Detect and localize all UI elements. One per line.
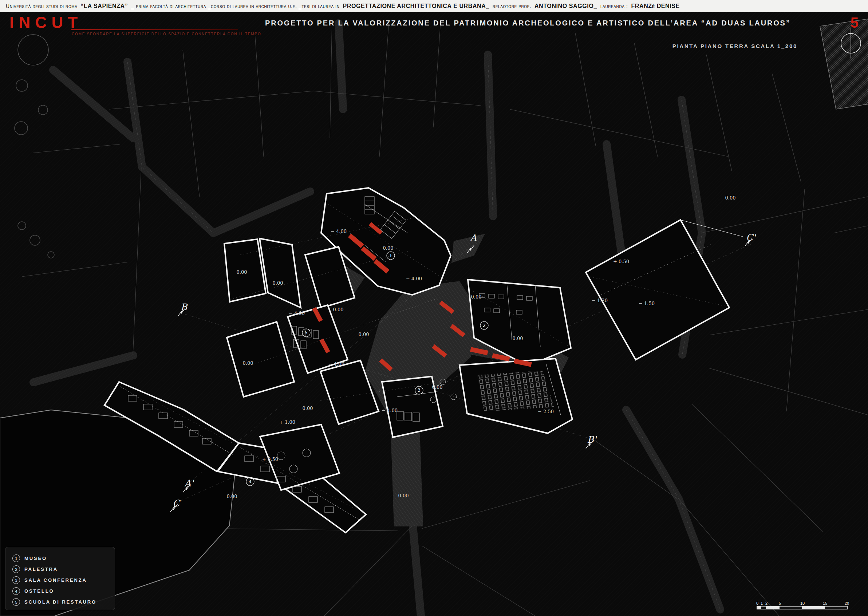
scale-bar-segments [756,606,848,610]
building-number-label: 5 [305,330,308,335]
scale-bar: 0 1 2 5 10 15 20 [756,601,848,610]
building-number-label: 4 [248,479,252,484]
elevation-label: 0.00 [303,405,313,411]
elevation-label: 0.00 [237,269,247,275]
presentation-board: Università degli studi di roma “LA SAPIE… [0,0,868,616]
logo-tagline: COME SFONDARE LA SUPERFICIE DELLO SPAZIO… [72,32,261,36]
elevation-label: 0.00 [273,280,283,286]
elevation-label: 0.00 [725,195,736,201]
legend-item-label: SALA CONFERENZA [24,577,87,583]
legend-item-scuola-restauro: 5 SCUOLA DI RESTAURO [13,598,96,606]
advisor-label: relaotore prof. [493,3,531,9]
sheet-number: 5 [851,14,859,31]
legend-number-badge: 5 [13,598,20,606]
student-name: FRANZè DENISE [631,3,679,9]
legend-item-label: PALESTRA [24,566,58,572]
elevation-label: 0.00 [333,307,344,313]
elevation-label: + 0.50 [262,457,278,462]
elevation-label: 0.00 [243,360,253,366]
section-marker-label: B [181,302,188,313]
elevation-label: − 4.00 [329,361,344,367]
elevation-label: + 1.00 [279,420,295,425]
scale-label-2: 2 [765,601,767,605]
elevation-label: − 1.50 [638,301,655,306]
elevation-label: 0.00 [227,494,237,499]
legend-item-label: OSTELLO [24,588,54,594]
scale-label-5: 5 [779,601,781,605]
elevation-label: − 2.50 [538,409,554,414]
legend-number-badge: 4 [13,587,20,595]
section-marker-label: C' [746,232,756,243]
legend-item-palestra: 2 PALESTRA [13,566,96,573]
elevation-label: 0.00 [432,385,443,390]
section-marker-label: A' [184,478,194,489]
elevation-label: 0.00 [383,245,393,251]
elevation-label: 0.00 [471,294,482,300]
elevation-label: − 4.00 [382,408,398,413]
thesis-subject: PROGETTAZIONE ARCHITETTONICA E URBANA_ [343,3,489,9]
legend-item-label: SCUOLA DI RESTAURO [24,599,96,605]
incut-logo: INCUT [9,14,82,31]
scale-label-10: 10 [800,601,805,605]
scale-label-0: 0 [756,601,758,605]
elevation-label: 0.00 [359,332,369,337]
legend-item-sala-conferenza: 3 SALA CONFERENZA [13,576,96,584]
building-number-label: 1 [389,253,392,258]
section-marker-label: B' [587,434,597,445]
logo-underline [71,29,238,30]
building-number-label: 2 [483,322,486,328]
scale-label-20: 20 [845,601,849,605]
legend: 1 MUSEO 2 PALESTRA 3 SALA CONFERENZA 4 O… [13,555,96,606]
site-plan-drawing: − 4.000.00− 4.000.000.00− 4.000.000.00− … [0,0,868,616]
legend-number-badge: 2 [13,566,20,573]
legend-number-badge: 3 [13,576,20,584]
legend-item-label: MUSEO [24,556,47,561]
elevation-label: − 1.20 [592,298,608,303]
university-header-strip: Università degli studi di roma “LA SAPIE… [0,0,868,12]
legend-number-badge: 1 [13,555,20,562]
project-title: PROGETTO PER LA VALORIZZAZIONE DEL PATRI… [265,19,791,27]
section-marker-label: A [470,233,477,243]
elevation-label: − 4.00 [406,276,422,281]
university-name: Università degli studi di roma [6,3,77,9]
legend-item-museo: 1 MUSEO [13,555,96,562]
faculty-course-text: _ prima facoltà di architettura _corso d… [131,3,339,9]
building-number-label: 3 [418,387,420,393]
elevation-label: 0.00 [398,493,409,498]
advisor-name: ANTONINO SAGGIO_ [535,3,597,9]
scale-bar-labels: 0 1 2 5 10 15 20 [756,601,848,606]
elevation-label: + 0.50 [613,259,629,264]
section-marker-label: C [173,498,181,509]
student-label: laureanda : [601,3,628,9]
scale-label-1: 1 [761,601,763,605]
elevation-label: − 4.00 [289,311,305,316]
university-name-bold: “LA SAPIENZA” [80,3,128,9]
elevation-label: − 4.00 [330,229,347,234]
legend-item-ostello: 4 OSTELLO [13,587,96,595]
scale-label-15: 15 [823,601,827,605]
elevation-label: 0.00 [513,336,523,341]
drawing-subtitle: PIANTA PIANO TERRA SCALA 1_200 [673,43,797,49]
